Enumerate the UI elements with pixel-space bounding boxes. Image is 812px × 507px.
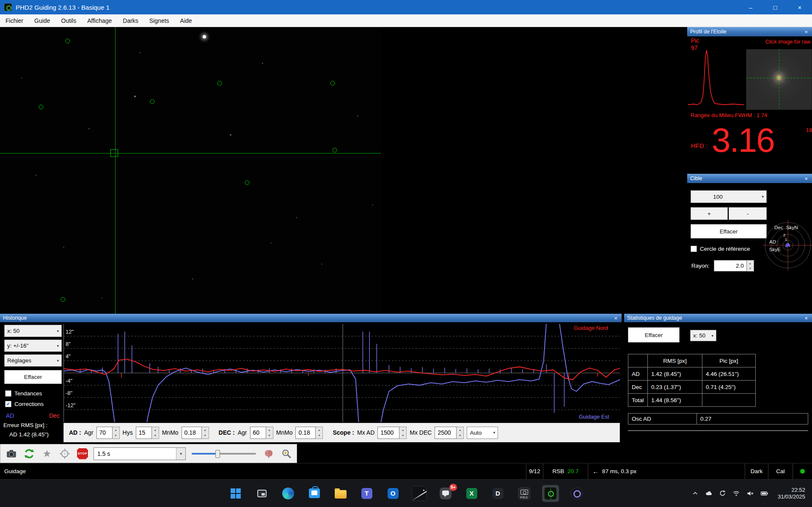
dark-status: Dark: [745, 463, 768, 479]
history-x-scale-select[interactable]: x: 50 ▾: [4, 325, 62, 337]
star-profile-curve: [688, 47, 744, 109]
minimize-button[interactable]: –: [738, 0, 763, 14]
stats-clear-button[interactable]: Effacer: [628, 327, 680, 343]
star-profile-panel: Profil de l'Etoile × Pic 97 Click image …: [687, 27, 812, 174]
dec-aggression-spinner[interactable]: 60 ▴▾: [250, 427, 273, 439]
spin-up-icon: ▴: [316, 427, 322, 433]
close-button[interactable]: ×: [787, 0, 812, 14]
file-explorer-button[interactable]: [332, 485, 349, 502]
advanced-settings-button[interactable]: [262, 447, 275, 460]
detected-star-circle[interactable]: [333, 148, 337, 153]
detected-star-circle[interactable]: [217, 81, 222, 86]
detected-star-circle[interactable]: [330, 81, 335, 86]
phd2-taskbar-button[interactable]: [542, 485, 559, 502]
menu-affichage[interactable]: Affichage: [82, 14, 117, 27]
loop-exposures-button[interactable]: [22, 447, 36, 460]
history-settings-select[interactable]: Réglages ▾: [4, 354, 62, 367]
guide-north-label: Guidage Nord: [574, 325, 608, 331]
ra-hysteresis-spinner[interactable]: 15 ▴▾: [136, 427, 159, 439]
excel-button[interactable]: X: [463, 485, 480, 502]
battery-tray-button[interactable]: [760, 490, 769, 497]
target-zoom-select[interactable]: 100 ▾: [691, 190, 767, 203]
hidden-icons-button[interactable]: [692, 490, 699, 497]
close-icon[interactable]: ×: [803, 315, 809, 321]
maximize-button[interactable]: □: [763, 0, 787, 14]
ra-aggression-spinner[interactable]: 70 ▴▾: [96, 427, 120, 439]
siril-button[interactable]: [568, 485, 585, 502]
target-clear-button[interactable]: Effacer: [691, 224, 767, 238]
close-icon[interactable]: ×: [803, 29, 809, 35]
panel-title: Statistiques de guidage: [627, 315, 682, 321]
trend-checkbox[interactable]: Tendances: [5, 390, 42, 397]
menu-guide[interactable]: Guide: [29, 14, 55, 27]
camera-pro-icon: PRO: [518, 487, 531, 500]
stop-button[interactable]: STOP: [76, 447, 89, 460]
stop-icon: STOP: [76, 447, 89, 460]
exposure-select[interactable]: 1.5 s ▾: [94, 447, 186, 460]
wifi-tray-button[interactable]: [732, 490, 740, 497]
zoom-in-button[interactable]: +: [691, 207, 728, 220]
divider: [628, 430, 808, 431]
stats-x-scale-select[interactable]: x: 50 ▾: [690, 330, 716, 341]
capture-single-frame-button[interactable]: [5, 447, 18, 460]
osc-label: Osc AD: [628, 413, 697, 425]
photo-viewer-button[interactable]: [411, 485, 428, 502]
star-inspector-button[interactable]: [280, 447, 293, 460]
close-icon[interactable]: ×: [803, 175, 809, 182]
slider-thumb[interactable]: [215, 450, 220, 458]
chevron-down-icon: ▾: [493, 430, 495, 435]
max-ra-spinner[interactable]: 1500 ▴▾: [377, 427, 407, 439]
max-dec-spinner[interactable]: 2500 ▴▾: [435, 427, 464, 439]
onedrive-tray-button[interactable]: [705, 490, 713, 497]
bullseye-skyn-label: SkyN: [786, 225, 798, 230]
task-view-button[interactable]: [253, 485, 270, 502]
field-star: [296, 217, 297, 218]
menu-aide[interactable]: Aide: [175, 14, 198, 27]
spinner-buttons[interactable]: ▴ ▾: [747, 260, 754, 271]
chat-app-button[interactable]: 9+: [437, 485, 454, 502]
detected-star-circle[interactable]: [39, 105, 44, 110]
teams-icon: T: [361, 488, 372, 499]
teams-button[interactable]: T: [358, 485, 375, 502]
field-star: [262, 63, 263, 64]
detected-star-circle[interactable]: [66, 39, 70, 44]
menu-fichier[interactable]: Fichier: [0, 14, 29, 27]
d-app-button[interactable]: D: [490, 485, 506, 502]
corrections-checkbox[interactable]: ✔ Corrections: [5, 401, 44, 407]
menu-darks[interactable]: Darks: [117, 14, 144, 27]
window-controls: – □ ×: [738, 0, 812, 14]
zoom-out-button[interactable]: -: [729, 207, 767, 220]
menu-signets[interactable]: Signets: [144, 14, 175, 27]
detected-star-circle[interactable]: [150, 99, 155, 104]
taskbar-clock[interactable]: 22:52 31/03/2025: [778, 487, 805, 500]
auto-select-star-button[interactable]: ★: [40, 447, 54, 460]
reference-circle-checkbox[interactable]: Cercle de référence: [691, 246, 750, 252]
store-button[interactable]: [306, 485, 323, 502]
checkbox-box: ✔: [5, 401, 11, 407]
detected-star-circle[interactable]: [61, 297, 66, 302]
detected-star-circle[interactable]: [245, 181, 250, 185]
guide-camera-view[interactable]: [0, 27, 687, 314]
start-guiding-button[interactable]: [58, 447, 72, 460]
menu-outils[interactable]: Outils: [55, 14, 82, 27]
outlook-button[interactable]: O: [385, 485, 402, 502]
checkbox-box: [5, 390, 11, 397]
volume-tray-button[interactable]: [746, 490, 754, 497]
sync-tray-button[interactable]: [719, 490, 726, 497]
ra-minmove-spinner[interactable]: 0.18 ▴▾: [182, 427, 209, 439]
star-thumbnail[interactable]: [746, 49, 812, 110]
dec-params-title: DEC :: [219, 429, 235, 436]
camera-pro-button[interactable]: PRO: [516, 485, 533, 502]
edge-button[interactable]: [280, 485, 297, 502]
spin-down-icon: ▾: [266, 433, 273, 438]
start-button[interactable]: [227, 485, 244, 502]
history-clear-button[interactable]: Effacer: [4, 370, 62, 384]
radius-spinner[interactable]: 2.0 ▴ ▾: [714, 260, 754, 271]
close-icon[interactable]: ×: [613, 315, 619, 321]
dec-minmove-spinner[interactable]: 0.18 ▴▾: [295, 427, 323, 439]
chevron-down-icon: ▾: [57, 329, 59, 333]
screen-stretch-slider[interactable]: [190, 447, 258, 460]
history-y-scale-select[interactable]: y: +/-16'' ▾: [4, 340, 62, 352]
dither-mode-select[interactable]: Auto ▾: [467, 427, 498, 439]
guide-graph[interactable]: 12"8"4"-4"-8"-12": [63, 324, 620, 422]
